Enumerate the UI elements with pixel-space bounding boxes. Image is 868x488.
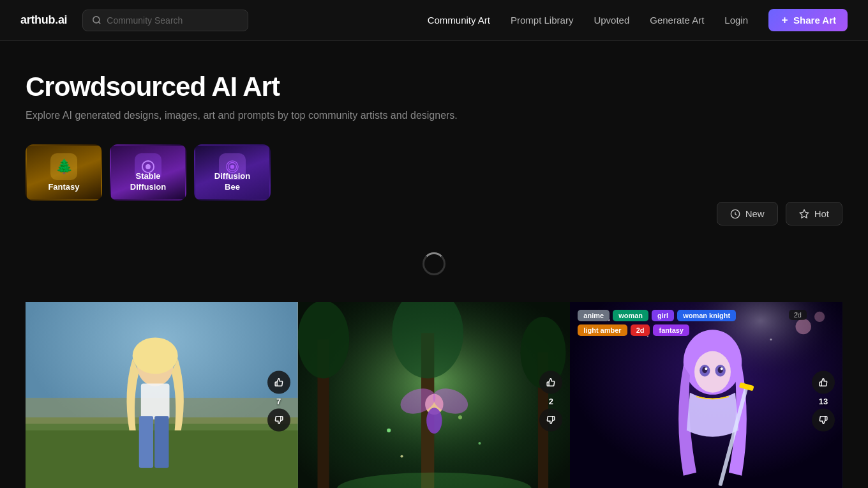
search-input[interactable]: [107, 15, 239, 26]
gallery-card-3[interactable]: anime woman girl woman knight light ambe…: [570, 302, 842, 488]
downvote-button-3[interactable]: [812, 409, 835, 432]
vote-overlay-1: 7: [267, 371, 290, 432]
hero-subtitle: Explore AI generated designs, images, ar…: [26, 110, 842, 121]
upvote-button-2[interactable]: [539, 371, 562, 394]
tag-girl[interactable]: girl: [652, 310, 674, 321]
nav-login[interactable]: Login: [724, 15, 748, 26]
downvote-button-2[interactable]: [539, 409, 562, 432]
svg-point-13: [133, 337, 178, 374]
tag-anime[interactable]: anime: [578, 310, 610, 321]
share-art-button[interactable]: Share Art: [768, 9, 848, 31]
svg-point-31: [478, 442, 481, 445]
svg-point-0: [93, 17, 100, 23]
svg-point-33: [458, 415, 462, 419]
upvote-count-3: 13: [819, 397, 828, 406]
upvote-button-3[interactable]: [812, 371, 835, 394]
fantasy-icon: 🌲: [50, 153, 77, 180]
svg-point-49: [721, 367, 723, 370]
tag-fantasy-card3[interactable]: fantasy: [653, 324, 689, 336]
svg-point-48: [705, 367, 708, 370]
time-badge-3: 2d: [789, 310, 807, 320]
svg-marker-7: [800, 210, 808, 218]
star-icon: [799, 209, 809, 219]
filter-bee-label: DiffusionBee: [214, 171, 250, 193]
svg-point-5: [230, 165, 235, 169]
svg-point-41: [814, 312, 825, 322]
hero-section: Crowdsourced AI Art Explore AI generated…: [0, 41, 868, 221]
sort-controls: New Hot: [0, 202, 868, 225]
logo[interactable]: arthub.ai: [20, 13, 67, 27]
upvote-button-1[interactable]: [267, 371, 290, 394]
tag-light-amber[interactable]: light amber: [578, 324, 627, 336]
search-icon: [92, 15, 101, 25]
svg-rect-15: [139, 416, 153, 468]
tag-2d[interactable]: 2d: [631, 324, 650, 336]
svg-rect-14: [141, 384, 170, 420]
new-icon: [730, 209, 740, 219]
svg-rect-16: [154, 416, 168, 468]
nav-generate[interactable]: Generate Art: [650, 15, 704, 26]
page-title: Crowdsourced AI Art: [26, 72, 842, 102]
navbar: arthub.ai Community Art Prompt Library U…: [0, 0, 868, 41]
vote-overlay-2: 2: [539, 371, 562, 432]
filter-diffusion-bee[interactable]: DiffusionBee: [194, 144, 271, 201]
filter-fantasy[interactable]: 🌲 Fantasy: [26, 144, 102, 201]
filter-chips: 🌲 Fantasy StableDiffusion DiffusionBee: [26, 144, 842, 201]
filter-stable-diffusion[interactable]: StableDiffusion: [110, 144, 186, 201]
upvote-count-1: 7: [276, 397, 281, 406]
nav-links: Community Art Prompt Library Upvoted Gen…: [428, 9, 848, 31]
downvote-button-1[interactable]: [267, 409, 290, 432]
svg-point-20: [298, 302, 349, 378]
filter-fantasy-label: Fantasy: [48, 182, 79, 193]
gallery-card-1[interactable]: 7: [26, 302, 298, 488]
svg-point-39: [770, 339, 772, 340]
upvote-count-2: 2: [549, 397, 553, 406]
gallery-grid: 7: [0, 302, 868, 488]
plus-icon: [780, 15, 789, 25]
tag-woman[interactable]: woman: [613, 310, 648, 321]
search-bar[interactable]: [82, 10, 248, 31]
vote-overlay-3: 13: [812, 371, 835, 432]
spinner-animation: [423, 252, 445, 275]
svg-point-30: [387, 429, 391, 432]
gallery-card-2[interactable]: 2: [298, 302, 571, 488]
sort-new-button[interactable]: New: [717, 202, 778, 225]
svg-point-2: [146, 164, 151, 169]
tag-woman-knight[interactable]: woman knight: [677, 310, 736, 321]
svg-point-40: [796, 319, 811, 334]
sort-hot-button[interactable]: Hot: [786, 202, 842, 225]
filter-stable-label: StableDiffusion: [130, 171, 166, 193]
tags-overlay-3: anime woman girl woman knight light ambe…: [578, 310, 756, 336]
svg-point-29: [426, 408, 442, 434]
nav-upvoted[interactable]: Upvoted: [594, 15, 629, 26]
nav-community[interactable]: Community Art: [428, 15, 490, 26]
nav-prompt-library[interactable]: Prompt Library: [511, 15, 573, 26]
loading-spinner: [0, 238, 868, 289]
svg-point-32: [400, 455, 403, 457]
